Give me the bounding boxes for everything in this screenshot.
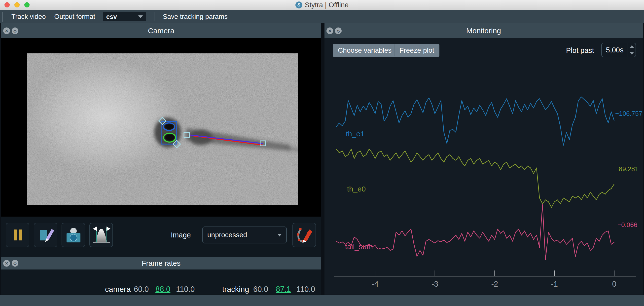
float-dock-icon[interactable]: ◇ [12, 28, 18, 34]
chevron-down-icon [138, 16, 143, 18]
svg-text:-3: -3 [432, 280, 438, 288]
draw-curve-button[interactable] [292, 223, 316, 247]
window-title: Stytra | Offline [305, 1, 348, 9]
monitoring-panel-header[interactable]: ✕ ◇ Monitoring [324, 23, 643, 38]
histogram-icon [92, 225, 111, 244]
pause-button[interactable] [6, 223, 29, 247]
triangle-down-icon [630, 52, 634, 55]
choose-variables-button[interactable]: Choose variables [333, 44, 397, 57]
camera-panel: ✕ ◇ Camera [1, 23, 321, 257]
main-toolbar: Track video Output format csv Save track… [0, 10, 644, 23]
image-select[interactable]: unprocessed [202, 226, 287, 243]
trace-tail_sum [336, 205, 614, 259]
plot-canvas: -4-3-2-10 [331, 61, 638, 291]
triangle-up-icon [630, 45, 634, 48]
edit-roi-icon [36, 225, 55, 244]
stytra-window: S Stytra | Offline Track video Output fo… [0, 0, 644, 306]
monitoring-plot[interactable]: -4-3-2-10 th_e1 th_e0 tail_sum −106.757 … [331, 61, 638, 291]
series-value-th_e1: −106.757 [615, 110, 642, 118]
minimize-window-button[interactable] [14, 2, 20, 8]
plot-past-value: 5,00s [602, 43, 628, 57]
float-dock-icon[interactable]: ◇ [12, 260, 18, 267]
spinbox-arrows [628, 43, 636, 57]
camera-panel-title: Camera [148, 27, 174, 35]
framerate-group-label: camera [105, 285, 130, 294]
output-format-value: csv [106, 13, 117, 21]
framerates-panel: ✕ ◇ Frame rates camera 60.0 88.0 110.0 t… [1, 257, 321, 294]
save-tracking-params-button[interactable]: Save tracking params [163, 13, 228, 21]
pause-icon [8, 225, 27, 244]
spin-down-button[interactable] [628, 50, 636, 57]
framerate-low: 60.0 [253, 285, 268, 294]
camera-frame-image [27, 53, 298, 205]
monitoring-panel: ✕ ◇ Monitoring Choose variables Freeze p… [324, 23, 643, 294]
series-label-tail_sum: tail_sum [345, 242, 373, 251]
framerate-group-label: tracking [222, 285, 249, 294]
camera-viewport [1, 38, 321, 217]
framerates-content: camera 60.0 88.0 110.0 tracking 60.0 87.… [1, 269, 321, 294]
series-value-th_e0: −89.281 [615, 165, 638, 173]
edit-roi-button[interactable] [34, 223, 57, 247]
svg-text:-4: -4 [372, 280, 378, 288]
toolbar-grip[interactable] [2, 12, 3, 22]
close-window-button[interactable] [4, 2, 10, 8]
camera-panel-header[interactable]: ✕ ◇ Camera [1, 23, 321, 38]
close-dock-icon[interactable]: ✕ [3, 28, 10, 34]
svg-text:-2: -2 [491, 280, 498, 288]
output-format-label: Output format [54, 13, 95, 21]
framerate-current: 87.1 [276, 285, 291, 294]
framerate-high: 110.0 [296, 285, 315, 294]
draw-curve-icon [295, 225, 314, 244]
framerates-dock-buttons: ✕ ◇ [3, 260, 18, 267]
framerates-panel-title: Frame rates [142, 259, 180, 267]
close-dock-icon[interactable]: ✕ [326, 28, 333, 34]
framerates-panel-header[interactable]: ✕ ◇ Frame rates [1, 257, 321, 269]
histogram-levels-button[interactable] [90, 223, 113, 247]
toolbar-separator [154, 12, 154, 21]
framerate-low: 60.0 [134, 285, 149, 294]
status-bar [0, 294, 644, 306]
series-label-th_e0: th_e0 [347, 185, 366, 193]
trace-th_e0 [336, 149, 614, 207]
zoom-window-button[interactable] [24, 2, 30, 8]
framerate-current: 88.0 [156, 285, 170, 294]
monitoring-dock-buttons: ✕ ◇ [326, 28, 342, 34]
chevron-down-icon [277, 234, 282, 236]
freeze-plot-button[interactable]: Freeze plot [394, 44, 440, 57]
monitoring-panel-title: Monitoring [466, 27, 501, 35]
output-format-select[interactable]: csv [103, 12, 146, 21]
float-dock-icon[interactable]: ◇ [335, 28, 342, 34]
svg-text:0: 0 [612, 280, 616, 288]
camera-snapshot-icon [64, 225, 83, 244]
framerate-high: 110.0 [176, 285, 195, 294]
trace-th_e1 [336, 97, 614, 145]
image-select-value: unprocessed [207, 231, 247, 239]
window-title-group: S Stytra | Offline [296, 1, 348, 9]
close-dock-icon[interactable]: ✕ [3, 260, 10, 267]
series-label-th_e1: th_e1 [346, 130, 364, 138]
app-icon: S [296, 2, 302, 9]
plot-past-spinbox[interactable]: 5,00s [601, 43, 636, 57]
traffic-lights [4, 2, 30, 8]
series-value-tail_sum: −0.066 [618, 221, 637, 229]
capture-snapshot-button[interactable] [62, 223, 85, 247]
image-label: Image [171, 223, 191, 247]
svg-text:-1: -1 [551, 280, 558, 288]
plot-past-label: Plot past [566, 44, 598, 57]
titlebar: S Stytra | Offline [0, 0, 644, 10]
spin-up-button[interactable] [628, 43, 636, 50]
camera-dock-buttons: ✕ ◇ [3, 28, 18, 34]
track-video-button[interactable]: Track video [12, 13, 46, 21]
camera-controls: Image unprocessed [1, 217, 321, 257]
